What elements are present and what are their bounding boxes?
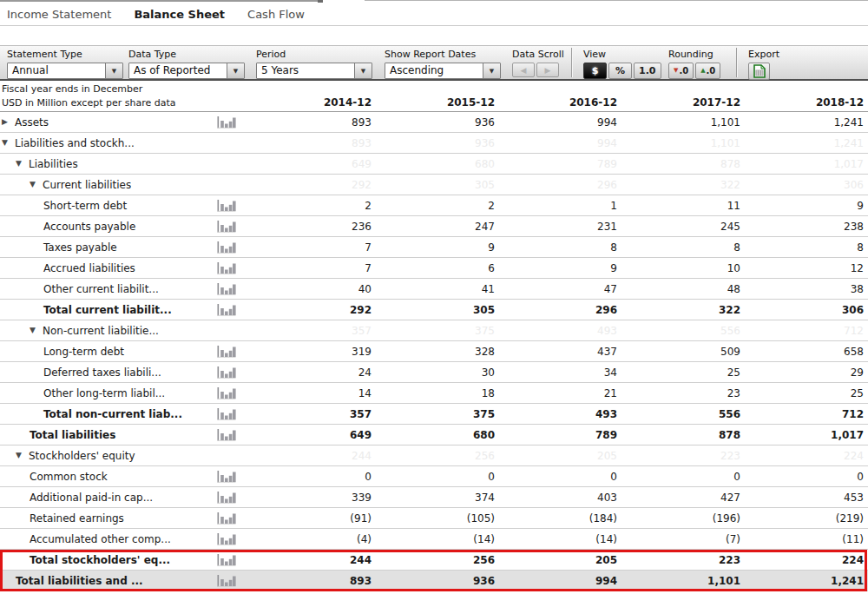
table-row-deferred-taxes-liabili[interactable]: Deferred taxes liabili...2430342529 [0,362,868,383]
value-cell: 680 [376,158,499,170]
round-up-text: .0 [707,66,716,76]
data-scroll-group: Data Scroll ◀ ▶ [512,49,564,77]
value-cell: 7 [243,241,376,254]
value-cell: 9 [745,200,868,212]
collapse-triangle-icon[interactable]: ▼ [2,139,15,147]
mini-bar-chart-icon[interactable] [217,116,236,129]
table-row-accounts-payable[interactable]: Accounts payable236247231245238 [0,216,868,237]
statement-type-combobox[interactable]: Annual ▼ [7,63,123,79]
tab-income-statement[interactable]: Income Statement [7,8,111,21]
value-cell: 556 [621,408,745,420]
row-label-cell: Accounts payable [0,221,217,233]
value-cell: 47 [499,283,621,295]
chart-cell [217,366,243,380]
mini-bar-chart-icon[interactable] [217,386,236,400]
data-type-combobox[interactable]: As of Reported ▼ [128,63,245,79]
table-row-short-term-debt[interactable]: Short-term debt221119 [0,195,868,216]
table-row-stockholders-equity[interactable]: ▼Stockholders' equity244256205223224 [0,446,868,466]
row-label-cell: ▼Non-current liabilitie... [0,325,217,337]
row-label-cell: Total liabilities and ... [0,575,217,587]
collapse-triangle-icon[interactable]: ▼ [16,160,29,168]
table-row-other-current-liabilit[interactable]: Other current liabilit...4041474838 [0,279,868,300]
row-label: Total liabilities and ... [16,575,143,587]
table-row-other-long-term-liabil[interactable]: Other long-term liabil...1418212325 [0,383,868,404]
table-row-total-liabilities[interactable]: Total liabilities6496807898781,017 [0,425,868,446]
chart-cell [217,199,243,213]
collapse-triangle-icon[interactable]: ▼ [30,327,43,334]
tab-cash-flow[interactable]: Cash Flow [247,8,305,21]
mini-bar-chart-icon[interactable] [217,553,236,567]
data-scroll-next-button[interactable]: ▶ [536,63,559,77]
value-cell: (11) [745,533,868,545]
combobox-value: 5 Years [257,63,354,78]
value-cell: 296 [499,179,621,191]
view-dollar-button[interactable]: $ [583,63,607,79]
mini-bar-chart-icon[interactable] [217,574,236,588]
data-scroll-label: Data Scroll [512,49,564,60]
mini-bar-chart-icon[interactable] [217,199,236,213]
table-row-common-stock[interactable]: Common stock00000 [0,466,868,487]
value-cell: (184) [499,512,621,525]
balance-sheet-screen: Income StatementBalance SheetCash Flow S… [0,0,868,594]
mini-bar-chart-icon[interactable] [217,241,236,254]
collapse-triangle-icon[interactable]: ▼ [16,452,29,459]
mini-bar-chart-icon[interactable] [217,512,236,525]
collapse-triangle-icon[interactable]: ▼ [30,181,43,188]
mini-bar-chart-icon[interactable] [217,345,236,359]
value-cell: 319 [243,346,376,358]
row-label: Retained earnings [30,512,124,525]
mini-bar-chart-icon[interactable] [217,470,236,484]
row-label: Stockholders' equity [29,450,135,462]
table-row-additional-paid-in-cap[interactable]: Additional paid-in cap...339374403427453 [0,487,868,508]
mini-bar-chart-icon[interactable] [217,366,236,380]
data-scroll-prev-button[interactable]: ◀ [512,63,535,77]
mini-bar-chart-icon[interactable] [217,282,236,296]
chart-cell [217,553,243,567]
table-row-taxes-payable[interactable]: Taxes payable79888 [0,237,868,258]
mini-bar-chart-icon[interactable] [217,220,236,234]
view-decimal-button[interactable]: 1.0 [634,63,661,79]
value-cell: 244 [243,450,376,462]
round-up-button[interactable]: ▲.0 [695,63,720,79]
table-row-liabilities[interactable]: ▼Liabilities6496807898781,017 [0,154,868,175]
dropdown-arrow-icon[interactable]: ▼ [105,63,122,78]
mini-bar-chart-icon[interactable] [217,532,236,546]
value-cell: 23 [621,387,745,399]
table-row-assets[interactable]: ▶Assets8939369941,1011,241 [0,112,868,133]
mini-bar-chart-icon[interactable] [217,261,236,275]
mini-bar-chart-icon[interactable] [217,491,236,505]
table-row-total-stockholders-eq[interactable]: Total stockholders' eq...244256205223224 [0,550,868,571]
table-row-liabilities-and-stockh[interactable]: ▼Liabilities and stockh...8939369941,101… [0,133,868,154]
mini-bar-chart-icon[interactable] [217,428,236,442]
show-report-dates-group: Show Report Dates Ascending ▼ [385,49,501,79]
dropdown-arrow-icon[interactable]: ▼ [227,63,244,78]
table-row-total-liabilities-and[interactable]: Total liabilities and ...8939369941,1011… [0,571,868,591]
mini-bar-chart-icon[interactable] [217,303,236,317]
value-cell: 493 [499,408,621,420]
table-row-retained-earnings[interactable]: Retained earnings(91)(105)(184)(196)(219… [0,508,868,529]
tab-balance-sheet[interactable]: Balance Sheet [134,8,225,21]
view-percent-button[interactable]: % [608,63,632,79]
round-down-button[interactable]: ▼.0 [668,63,694,79]
row-label-cell: ▼Liabilities [0,158,217,170]
table-row-non-current-liabilitie[interactable]: ▼Non-current liabilitie...35737549355671… [0,320,868,341]
dropdown-arrow-icon[interactable]: ▼ [483,63,500,78]
value-cell: 1,101 [621,575,745,587]
period-combobox[interactable]: 5 Years ▼ [256,63,372,79]
expand-triangle-icon[interactable]: ▶ [2,118,15,126]
table-row-total-current-liabilit[interactable]: Total current liabilit...292305296322306 [0,300,868,320]
show-report-dates-combobox[interactable]: Ascending ▼ [385,63,501,79]
table-row-long-term-debt[interactable]: Long-term debt319328437509658 [0,341,868,362]
dropdown-arrow-icon[interactable]: ▼ [354,63,372,78]
row-label: Accounts payable [43,221,135,233]
export-button[interactable] [748,63,770,80]
balance-sheet-table: ▶Assets8939369941,1011,241▼Liabilities a… [0,112,868,591]
chart-cell [217,428,243,442]
mini-bar-chart-icon[interactable] [217,407,236,421]
table-row-current-liabilities[interactable]: ▼Current liabilities292305296322306 [0,175,868,195]
value-cell: (14) [499,533,621,545]
table-row-accrued-liabilities[interactable]: Accrued liabilities7691012 [0,258,868,279]
table-row-accumulated-other-comp[interactable]: Accumulated other comp...(4)(14)(14)(7)(… [0,529,868,550]
value-cell: 936 [376,575,499,587]
table-row-total-non-current-liab[interactable]: Total non-current liab...357375493556712 [0,404,868,425]
